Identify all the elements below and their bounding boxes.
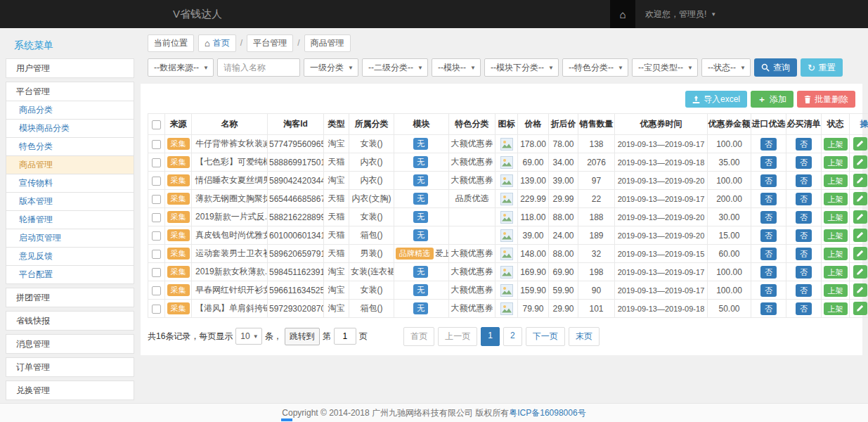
status-button[interactable]: 上架: [824, 302, 848, 315]
edit-button[interactable]: [853, 174, 867, 187]
cell-feature: 大额优惠券: [449, 172, 495, 190]
next-page-button[interactable]: 下一页: [526, 327, 565, 346]
data-source-select[interactable]: --数据来源-- ▼: [148, 58, 214, 77]
cell-taoke-id: 601000601341: [268, 226, 324, 245]
import-select-toggle[interactable]: 否: [760, 229, 777, 242]
row-checkbox[interactable]: [152, 140, 161, 149]
import-select-toggle[interactable]: 否: [760, 302, 777, 315]
edit-button[interactable]: [853, 155, 867, 169]
import-select-toggle[interactable]: 否: [760, 193, 777, 205]
page-size-select[interactable]: 10 ▼: [235, 328, 261, 345]
sidebar-item[interactable]: 用户管理: [6, 58, 134, 78]
edit-button[interactable]: [853, 265, 867, 279]
breadcrumb-current[interactable]: 商品管理: [304, 34, 351, 52]
edit-button[interactable]: [853, 210, 867, 224]
edit-button[interactable]: [853, 247, 867, 260]
search-button[interactable]: 查询: [754, 58, 797, 77]
home-button[interactable]: ⌂: [610, 0, 635, 28]
status-button[interactable]: 上架: [824, 174, 848, 187]
filter-select[interactable]: --宝贝类型-- ▼: [632, 58, 698, 77]
row-checkbox[interactable]: [152, 250, 161, 259]
name-search-input[interactable]: [217, 58, 300, 77]
icp-link[interactable]: 粤ICP备16098006号: [509, 407, 585, 419]
must-buy-toggle[interactable]: 否: [796, 174, 812, 187]
sidebar-item[interactable]: 拼团管理: [6, 288, 134, 307]
import-select-toggle[interactable]: 否: [760, 138, 777, 151]
status-button[interactable]: 上架: [824, 266, 848, 279]
row-checkbox[interactable]: [152, 177, 161, 186]
filter-select[interactable]: 一级分类 ▼: [304, 58, 358, 77]
import-select-toggle[interactable]: 否: [760, 284, 777, 297]
breadcrumb-section[interactable]: 平台管理: [247, 34, 293, 52]
must-buy-toggle[interactable]: 否: [796, 302, 812, 315]
must-buy-toggle[interactable]: 否: [796, 211, 812, 224]
edit-button[interactable]: [853, 192, 867, 205]
row-checkbox[interactable]: [152, 195, 161, 204]
filter-select[interactable]: --模块下分类-- ▼: [484, 58, 559, 77]
row-checkbox[interactable]: [152, 158, 161, 167]
horizontal-scrollbar-thumb[interactable]: [281, 418, 292, 421]
status-button[interactable]: 上架: [824, 156, 848, 169]
must-buy-toggle[interactable]: 否: [796, 138, 812, 151]
user-menu[interactable]: 欢迎您，管理员! ▼: [635, 0, 726, 28]
first-page-button[interactable]: 首页: [403, 327, 434, 346]
edit-button[interactable]: [853, 302, 867, 315]
sidebar-item[interactable]: 意见反馈: [6, 248, 134, 266]
page-2-button[interactable]: 2: [503, 327, 522, 346]
row-checkbox[interactable]: [152, 268, 161, 277]
select-all-checkbox[interactable]: [152, 120, 161, 129]
must-buy-toggle[interactable]: 否: [796, 266, 812, 279]
sidebar-item[interactable]: 版本管理: [6, 193, 134, 211]
import-excel-button[interactable]: 导入excel: [685, 91, 747, 108]
edit-button[interactable]: [853, 283, 867, 297]
status-button[interactable]: 上架: [824, 211, 848, 224]
sidebar-item[interactable]: 消息管理: [6, 334, 134, 354]
sidebar-item[interactable]: 宣传物料: [6, 174, 134, 193]
status-button[interactable]: 上架: [824, 284, 848, 297]
add-button[interactable]: ＋ 添加: [751, 91, 793, 108]
sidebar-item[interactable]: 商品管理: [6, 156, 134, 174]
page-1-button[interactable]: 1: [481, 327, 500, 346]
breadcrumb-home[interactable]: ⌂ 首页: [198, 34, 236, 52]
row-checkbox[interactable]: [152, 305, 161, 314]
must-buy-toggle[interactable]: 否: [796, 284, 812, 297]
import-select-toggle[interactable]: 否: [760, 266, 777, 279]
jump-page-input[interactable]: [334, 328, 356, 345]
status-button[interactable]: 上架: [824, 248, 848, 260]
reset-button[interactable]: ↻ 重置: [801, 58, 843, 77]
filter-select[interactable]: --模块-- ▼: [432, 58, 481, 77]
row-checkbox[interactable]: [152, 286, 161, 295]
sidebar-item[interactable]: 订单管理: [6, 357, 134, 377]
sidebar-item[interactable]: 模块商品分类: [6, 120, 134, 138]
filter-select[interactable]: --二级分类-- ▼: [362, 58, 428, 77]
import-select-toggle[interactable]: 否: [760, 174, 777, 187]
import-select-toggle[interactable]: 否: [760, 211, 777, 224]
sidebar-item[interactable]: 平台管理: [6, 82, 134, 101]
must-buy-toggle[interactable]: 否: [796, 156, 812, 169]
prev-page-button[interactable]: 上一页: [438, 327, 477, 346]
status-button[interactable]: 上架: [824, 229, 848, 242]
import-select-toggle[interactable]: 否: [760, 156, 777, 169]
row-checkbox[interactable]: [152, 213, 161, 222]
must-buy-toggle[interactable]: 否: [796, 229, 812, 242]
sidebar-item[interactable]: 平台配置: [6, 266, 134, 284]
edit-button[interactable]: [853, 137, 867, 151]
row-checkbox[interactable]: [152, 231, 161, 241]
status-button[interactable]: 上架: [824, 193, 848, 205]
filter-select[interactable]: --状态-- ▼: [701, 58, 751, 77]
sidebar-item[interactable]: 省钱快报: [6, 311, 134, 331]
sidebar-item[interactable]: 兑换管理: [6, 381, 134, 400]
filter-select[interactable]: --特色分类-- ▼: [562, 58, 628, 77]
sidebar-item[interactable]: 轮播管理: [6, 211, 134, 229]
import-select-toggle[interactable]: 否: [760, 248, 777, 260]
batch-delete-button[interactable]: 批量删除: [797, 91, 855, 108]
sidebar-item[interactable]: 商品分类: [6, 101, 134, 120]
sidebar-item[interactable]: 启动页管理: [6, 229, 134, 248]
must-buy-toggle[interactable]: 否: [796, 248, 812, 260]
status-button[interactable]: 上架: [824, 138, 848, 151]
sidebar-item[interactable]: 特色分类: [6, 138, 134, 156]
last-page-button[interactable]: 末页: [569, 327, 600, 346]
must-buy-toggle[interactable]: 否: [796, 193, 812, 205]
jump-button[interactable]: 跳转到: [285, 328, 320, 345]
edit-button[interactable]: [853, 229, 867, 242]
